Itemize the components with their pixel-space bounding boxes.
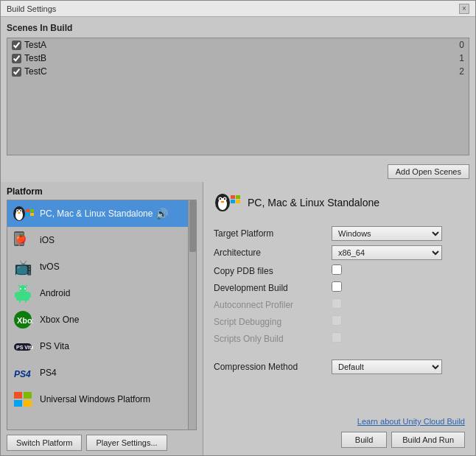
target-platform-label: Target Platform <box>214 228 332 239</box>
target-platform-control: Windows Mac OS X Linux <box>332 226 465 241</box>
build-and-run-button[interactable]: Build And Run <box>391 432 465 448</box>
svg-rect-42 <box>231 195 235 199</box>
svg-rect-9 <box>26 213 29 216</box>
svg-line-20 <box>18 285 20 287</box>
platform-item-ps4[interactable]: PS4 PS4 <box>7 359 196 386</box>
scene-index-testa: 0 <box>459 40 464 50</box>
platform-item-xbox[interactable]: Xbox Xbox One <box>7 306 196 333</box>
cloud-build-link[interactable]: Learn about Unity Cloud Build <box>214 417 465 429</box>
svg-text:PS Vita: PS Vita <box>16 345 33 350</box>
svg-text:🍎: 🍎 <box>15 233 27 244</box>
platform-name-android: Android <box>40 288 70 298</box>
dev-build-checkbox[interactable] <box>332 281 342 292</box>
scene-item-testb[interactable]: TestB 1 <box>7 52 469 65</box>
script-debug-checkbox <box>332 315 342 326</box>
scene-item-testa[interactable]: TestA 0 <box>7 38 469 52</box>
scripts-only-control <box>332 332 465 345</box>
platform-item-tvos[interactable]: 📺 tvOS <box>7 253 196 280</box>
platform-panel: Platform <box>1 182 203 455</box>
svg-point-5 <box>20 210 21 211</box>
svg-text:📺: 📺 <box>14 259 32 276</box>
copy-pdb-checkbox[interactable] <box>332 264 342 275</box>
platform-name-ios: iOS <box>40 235 55 245</box>
scene-checkbox-testb[interactable] <box>12 54 21 63</box>
scene-name-testb: TestB <box>24 53 46 63</box>
platform-icon-android <box>12 283 34 304</box>
build-actions: Build Build And Run <box>214 429 465 448</box>
scene-index-testc: 2 <box>459 66 464 77</box>
add-open-scenes-button[interactable]: Add Open Scenes <box>388 164 469 179</box>
platform-name-xbox: Xbox One <box>40 315 79 325</box>
svg-rect-22 <box>15 292 16 298</box>
player-settings-button[interactable]: Player Settings... <box>86 435 167 451</box>
script-debug-control <box>332 315 465 328</box>
close-button[interactable]: × <box>459 4 469 14</box>
copy-pdb-row: Copy PDB files <box>214 264 465 277</box>
architecture-select[interactable]: x86_64 x86 <box>332 245 442 260</box>
compression-row: Compression Method Default LZ4 LZ4HC <box>214 359 465 374</box>
svg-rect-45 <box>236 200 240 203</box>
svg-rect-34 <box>24 400 32 407</box>
platform-item-pc[interactable]: PC, Mac & Linux Standalone 🔊 <box>7 200 196 227</box>
bottom-section: Platform <box>1 182 475 455</box>
autoconnect-checkbox <box>332 298 342 309</box>
svg-rect-31 <box>14 392 22 399</box>
platform-name-uwp: Universal Windows Platform <box>40 394 150 404</box>
scene-item-testc[interactable]: TestC 2 <box>7 65 469 78</box>
scene-checkbox-testc[interactable] <box>12 67 21 77</box>
script-debug-label: Script Debugging <box>214 317 332 327</box>
settings-platform-icon <box>214 189 240 216</box>
svg-point-40 <box>224 198 225 200</box>
platform-icon-xbox: Xbox <box>12 309 34 330</box>
platform-item-android[interactable]: Android <box>7 280 196 306</box>
platform-item-uwp[interactable]: Universal Windows Platform <box>7 386 196 413</box>
settings-panel: PC, Mac & Linux Standalone Target Platfo… <box>203 182 475 455</box>
scenes-section: Scenes In Build TestA 0 TestB 1 TestC 2 <box>1 17 475 161</box>
platform-name-psvita: PS Vita <box>40 341 69 351</box>
title-bar: Build Settings × <box>1 1 475 17</box>
target-platform-row: Target Platform Windows Mac OS X Linux <box>214 226 465 241</box>
scripts-only-label: Scripts Only Build <box>214 334 332 344</box>
scene-index-testb: 1 <box>459 53 464 63</box>
switch-platform-button[interactable]: Switch Platform <box>7 435 82 451</box>
architecture-label: Architecture <box>214 248 332 258</box>
build-settings-window: Build Settings × Scenes In Build TestA 0… <box>0 0 476 456</box>
close-icon: × <box>462 4 466 13</box>
scene-checkbox-testa[interactable] <box>12 41 21 50</box>
platform-item-ios[interactable]: 🍎 iOS <box>7 227 196 253</box>
target-platform-select[interactable]: Windows Mac OS X Linux <box>332 226 442 241</box>
platform-item-psvita[interactable]: PS Vita PS Vita <box>7 333 196 359</box>
window-title: Build Settings <box>7 4 56 13</box>
scene-name-testc: TestC <box>24 66 47 77</box>
svg-point-41 <box>221 201 225 203</box>
architecture-row: Architecture x86_64 x86 <box>214 245 465 260</box>
architecture-control: x86_64 x86 <box>332 245 465 260</box>
platform-scrollbar-thumb <box>189 200 196 252</box>
add-scenes-row: Add Open Scenes <box>1 161 475 182</box>
platform-label: Platform <box>1 182 203 200</box>
copy-pdb-label: Copy PDB files <box>214 266 332 276</box>
svg-line-21 <box>26 285 27 287</box>
build-button[interactable]: Build <box>341 432 387 448</box>
svg-point-39 <box>220 198 221 200</box>
autoconnect-label: Autoconnect Profiler <box>214 300 332 310</box>
svg-rect-7 <box>26 209 29 212</box>
scenes-list: TestA 0 TestB 1 TestC 2 <box>7 38 469 155</box>
copy-pdb-control <box>332 264 465 277</box>
platform-icon-psvita: PS Vita <box>12 336 34 357</box>
compression-control: Default LZ4 LZ4HC <box>332 359 465 374</box>
platform-icon-tvos: 📺 <box>12 256 34 277</box>
audio-icon: 🔊 <box>155 208 168 220</box>
svg-rect-32 <box>24 392 32 399</box>
scripts-only-checkbox <box>332 332 342 343</box>
compression-select[interactable]: Default LZ4 LZ4HC <box>332 359 442 374</box>
platform-scrollbar[interactable] <box>188 200 196 429</box>
platform-actions: Switch Platform Player Settings... <box>1 430 203 455</box>
script-debug-row: Script Debugging <box>214 315 465 328</box>
scripts-only-row: Scripts Only Build <box>214 332 465 345</box>
autoconnect-row: Autoconnect Profiler <box>214 298 465 311</box>
svg-point-19 <box>24 288 26 290</box>
platform-name-ps4: PS4 <box>40 368 57 378</box>
compression-label: Compression Method <box>214 362 332 372</box>
svg-rect-8 <box>30 209 34 212</box>
